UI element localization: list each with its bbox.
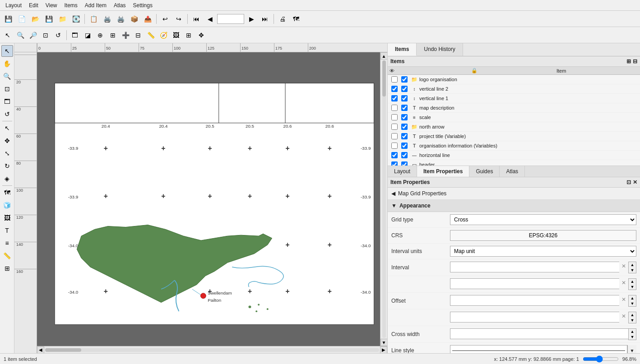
vis-checkbox[interactable] [391, 152, 398, 158]
zoom-out-tool[interactable]: 🔎 [27, 29, 39, 41]
lock-checkbox[interactable] [401, 152, 408, 158]
props-icon-1[interactable]: ⊡ [626, 179, 631, 185]
vis-checkbox[interactable] [391, 124, 398, 130]
refresh-tool-left[interactable]: ↺ [1, 108, 13, 120]
scroll-down-btn[interactable]: ▼ [380, 339, 388, 346]
add-img-left[interactable]: 🖼 [1, 212, 13, 224]
lock-checkbox[interactable] [401, 133, 408, 139]
item-visibility[interactable] [390, 161, 399, 166]
offset-x-clear[interactable]: ✕ [619, 295, 628, 304]
grid-type-select[interactable]: Cross Solid Frame and annotations only [450, 214, 636, 225]
item-visibility[interactable] [390, 86, 399, 92]
add-scalebar-tool[interactable]: 📏 [145, 29, 157, 41]
interval-units-select[interactable]: Map unit Millimeter Centimeter [450, 246, 636, 257]
menu-edit[interactable]: Edit [25, 1, 42, 9]
interval-y-up[interactable]: ▲ [629, 279, 636, 284]
open-button[interactable]: 📂 [29, 13, 42, 25]
vis-checkbox[interactable] [391, 143, 398, 149]
canvas-scrollbar-v[interactable]: ▲ ▼ [380, 52, 387, 346]
add-scalebar-left[interactable]: 📏 [1, 250, 13, 262]
lock-checkbox[interactable] [401, 114, 408, 120]
interval-x-down[interactable]: ▼ [629, 267, 636, 273]
item-visibility[interactable] [390, 143, 399, 149]
offset-x-input[interactable]: X 0,050000000000 [450, 295, 619, 306]
zoom-tool-left[interactable]: 🔍 [1, 70, 13, 82]
add-map-tool[interactable]: ⊕ [94, 29, 106, 41]
fit-page-tool[interactable]: ⊡ [40, 29, 51, 41]
item-visibility[interactable] [390, 105, 399, 111]
offset-y-up[interactable]: ▲ [629, 312, 636, 318]
pan-tool[interactable]: 🗔 [69, 29, 81, 41]
item-row[interactable]: T project title (Variable) [388, 132, 640, 141]
move-item-tool-left[interactable]: ✥ [1, 135, 13, 147]
zoom-in-tool[interactable]: 🔍 [14, 29, 26, 41]
lock-checkbox[interactable] [401, 86, 408, 92]
tab-items[interactable]: Items [388, 43, 417, 56]
page-input[interactable]: 1 [217, 14, 244, 24]
scrollbar-thumb-h[interactable] [45, 348, 81, 352]
node-edit-tool[interactable]: ◈ [1, 173, 13, 184]
tab-undo-history[interactable]: Undo History [417, 43, 463, 56]
last-page-button[interactable]: ⏭ [259, 13, 271, 25]
add-legend-left[interactable]: ≡ [1, 237, 13, 249]
lock-checkbox[interactable] [401, 105, 408, 111]
add-label-tool[interactable]: ➕ [120, 29, 131, 41]
scroll-right-btn[interactable]: ▶ [380, 346, 387, 354]
scroll-left-btn[interactable]: ◀ [37, 346, 44, 354]
add-label-left[interactable]: T [1, 225, 13, 236]
item-row[interactable]: ↕ vertical line 1 [388, 94, 640, 103]
item-row[interactable]: ↕ vertical line 2 [388, 84, 640, 94]
item-lock[interactable] [399, 105, 409, 111]
cross-width-input[interactable]: 3,00 mm [450, 328, 628, 339]
item-lock[interactable] [399, 86, 409, 92]
add-3d-map-left[interactable]: 🧊 [1, 199, 13, 211]
menu-add-item[interactable]: Add Item [81, 1, 110, 9]
scrollbar-track-h[interactable] [45, 348, 379, 352]
add-legend-tool[interactable]: ⊟ [132, 29, 144, 41]
item-lock[interactable] [399, 133, 409, 139]
scrollbar-track-v[interactable] [382, 60, 386, 338]
redo-button[interactable]: ↪ [172, 13, 185, 25]
interval-y-clear[interactable]: ✕ [619, 278, 628, 287]
item-row[interactable]: T organisation information (Variables) [388, 141, 640, 151]
menu-items[interactable]: Items [61, 1, 81, 9]
panel-icon-add[interactable]: ⊞ [626, 58, 631, 65]
props-icon-2[interactable]: ✕ [633, 179, 637, 185]
zoom-region-tool-left[interactable]: ⊡ [1, 83, 13, 95]
atlas-button[interactable]: 🗺 [290, 13, 302, 25]
zoom-slider[interactable] [583, 355, 619, 363]
item-row[interactable]: ≡ scale [388, 113, 640, 122]
item-lock[interactable] [399, 95, 409, 101]
item-lock[interactable] [399, 152, 409, 158]
item-row[interactable]: — horizontal line [388, 151, 640, 160]
scrollbar-thumb-v[interactable] [382, 60, 386, 97]
export2-button[interactable]: 📦 [128, 13, 140, 25]
interval-y-input[interactable]: Y 0,050000000000 [450, 278, 619, 289]
appearance-section[interactable]: ▼ Appearance [388, 200, 640, 212]
item-lock[interactable] [399, 114, 409, 120]
item-visibility[interactable] [390, 114, 399, 120]
menu-atlas[interactable]: Atlas [110, 1, 130, 9]
lock-checkbox[interactable] [401, 76, 408, 83]
new-button[interactable]: 📄 [15, 13, 28, 25]
interval-x-clear[interactable]: ✕ [619, 262, 628, 271]
save-button[interactable]: 💾 [2, 13, 14, 25]
item-lock[interactable] [399, 76, 409, 83]
select-tool-left[interactable]: ↖ [1, 45, 13, 57]
add-table-tool[interactable]: ⊞ [183, 29, 195, 41]
item-row[interactable]: 📁 north arrow [388, 122, 640, 132]
save-as-button[interactable]: 💾 [42, 13, 55, 25]
vis-checkbox[interactable] [391, 133, 398, 139]
print2-button[interactable]: 🖨️ [114, 13, 127, 25]
move-item-tool[interactable]: ✥ [195, 29, 207, 41]
cross-width-up[interactable]: ▲ [629, 329, 636, 334]
add-table-left[interactable]: ⊞ [1, 263, 13, 274]
vis-checkbox[interactable] [391, 114, 398, 120]
vis-checkbox[interactable] [391, 105, 398, 111]
item-lock[interactable] [399, 161, 409, 166]
offset-x-down[interactable]: ▼ [629, 301, 636, 306]
item-visibility[interactable] [390, 76, 399, 83]
tab-atlas[interactable]: Atlas [500, 166, 525, 177]
back-to-map-grid[interactable]: ◀ Map Grid Properties [388, 188, 640, 200]
line-style-dropdown[interactable]: ▼ [627, 345, 636, 353]
